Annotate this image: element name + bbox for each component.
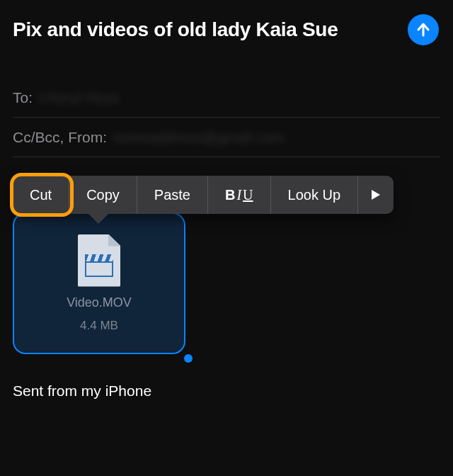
context-menu: Cut Copy Paste B I U Look Up: [13, 176, 394, 214]
ccbcc-from-field[interactable]: Cc/Bcc, From: someaddress@gmail.com: [13, 118, 440, 157]
menu-paste[interactable]: Paste: [137, 176, 208, 214]
italic-icon: I: [236, 187, 241, 203]
menu-biu[interactable]: B I U: [208, 176, 271, 214]
to-label: To:: [13, 89, 33, 106]
send-button[interactable]: [408, 14, 439, 45]
ccbcc-from-label: Cc/Bcc, From:: [13, 129, 107, 146]
from-value: someaddress@gmail.com: [113, 129, 285, 146]
subject-line[interactable]: Pix and videos of old lady Kaia Sue: [13, 18, 338, 41]
menu-more[interactable]: [358, 176, 394, 214]
menu-cut[interactable]: Cut: [13, 176, 69, 214]
compose-header: Pix and videos of old lady Kaia Sue: [0, 0, 453, 52]
email-signature[interactable]: Sent from my iPhone: [13, 382, 440, 400]
recipient-fields: To: Cheryl Hess Cc/Bcc, From: someaddres…: [0, 78, 453, 157]
to-field[interactable]: To: Cheryl Hess: [13, 78, 440, 118]
menu-lookup[interactable]: Look Up: [271, 176, 359, 214]
menu-pointer: [88, 214, 108, 224]
selection-handle-end[interactable]: [184, 354, 193, 363]
menu-copy[interactable]: Copy: [69, 176, 137, 214]
attachment-name: Video.MOV: [67, 295, 132, 310]
video-file-icon: [78, 234, 120, 287]
arrow-up-icon: [415, 21, 432, 38]
play-right-icon: [371, 189, 381, 200]
attachment-video[interactable]: Video.MOV 4.4 MB: [13, 212, 185, 354]
underline-icon: U: [243, 187, 253, 203]
message-body[interactable]: Video.MOV 4.4 MB Sent from my iPhone: [0, 200, 453, 400]
attachment-size: 4.4 MB: [80, 319, 118, 333]
bold-icon: B: [225, 187, 235, 203]
to-value: Cheryl Hess: [38, 89, 119, 106]
